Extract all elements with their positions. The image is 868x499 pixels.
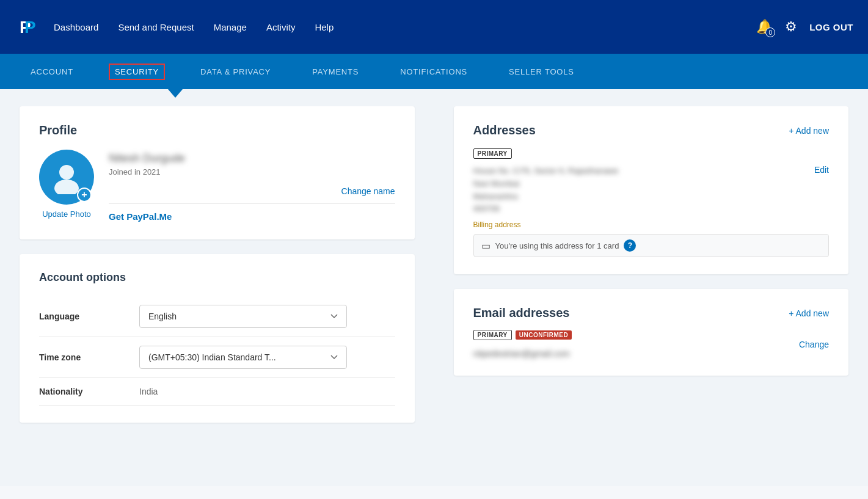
card-usage-text: You're using this address for 1 card (495, 241, 619, 250)
get-paypalme-link[interactable]: Get PayPal.Me (109, 211, 172, 222)
account-options-title: Account options (39, 271, 395, 284)
joined-text: Joined in 2021 (109, 167, 395, 177)
subnav-seller-tools[interactable]: SELLER TOOLS (503, 64, 580, 80)
subnav-account[interactable]: ACCOUNT (24, 64, 79, 80)
nationality-option-row: Nationality India (39, 378, 395, 406)
nationality-value: India (139, 387, 158, 396)
nav-send-request[interactable]: Send and Request (118, 22, 194, 32)
profile-card: Profile + Update Photo Nitesh Durgude Jo… (20, 106, 415, 239)
add-address-link[interactable]: + Add new (789, 126, 829, 136)
subnav-security[interactable]: SECURITY (109, 64, 165, 80)
nav-right: 🔔 0 ⚙ LOG OUT (756, 19, 853, 35)
subnav-indicator-arrow (168, 89, 183, 98)
right-panel: Addresses + Add new PRIMARY House No. C/… (434, 89, 869, 486)
notifications-bell[interactable]: 🔔 0 (756, 19, 773, 35)
nav-links: Dashboard Send and Request Manage Activi… (54, 22, 756, 32)
addresses-header: Addresses + Add new (473, 123, 830, 137)
paypal-logo[interactable]: P P (15, 13, 42, 40)
sub-navigation: ACCOUNT SECURITY DATA & PRIVACY PAYMENTS… (0, 54, 868, 89)
profile-title: Profile (39, 123, 395, 137)
email-row: PRIMARY UNCONFIRMED nitpedestrian@gmail.… (473, 330, 830, 359)
profile-name-row: Change name (109, 186, 395, 204)
timezone-label: Time zone (39, 352, 125, 362)
profile-info: Nitesh Durgude Joined in 2021 Change nam… (109, 150, 395, 222)
svg-text:P: P (24, 18, 36, 37)
subnav-notifications[interactable]: NOTIFICATIONS (394, 64, 473, 80)
language-select[interactable]: English Hindi Spanish French (139, 305, 347, 328)
nav-activity[interactable]: Activity (266, 22, 296, 32)
addresses-title: Addresses (473, 123, 536, 137)
logout-button[interactable]: LOG OUT (809, 22, 853, 32)
email-addresses-title: Email addresses (473, 306, 570, 320)
help-circle-icon[interactable]: ? (624, 239, 636, 252)
language-option-row: Language English Hindi Spanish French (39, 296, 395, 337)
timezone-option-row: Time zone (GMT+05:30) Indian Standard T.… (39, 337, 395, 378)
svg-point-4 (54, 180, 79, 194)
svg-point-3 (59, 165, 74, 180)
avatar[interactable]: + (39, 150, 94, 205)
edit-address-link[interactable]: Edit (814, 165, 829, 175)
left-panel: Profile + Update Photo Nitesh Durgude Jo… (0, 89, 434, 486)
add-email-link[interactable]: + Add new (789, 308, 829, 318)
timezone-select[interactable]: (GMT+05:30) Indian Standard T... (GMT+00… (139, 346, 347, 369)
email-info: PRIMARY UNCONFIRMED nitpedestrian@gmail.… (473, 330, 572, 359)
email-badges: PRIMARY UNCONFIRMED (473, 330, 572, 346)
nav-manage[interactable]: Manage (214, 22, 247, 32)
notification-count: 0 (765, 27, 775, 37)
settings-gear-icon[interactable]: ⚙ (785, 19, 797, 35)
subnav-data-privacy[interactable]: DATA & PRIVACY (194, 64, 277, 80)
nationality-label: Nationality (39, 387, 125, 396)
card-usage-row: ▭ You're using this address for 1 card ? (473, 234, 830, 257)
email-primary-badge: PRIMARY (473, 330, 512, 340)
nav-help[interactable]: Help (315, 22, 334, 32)
top-navigation: P P Dashboard Send and Request Manage Ac… (0, 0, 868, 54)
profile-name: Nitesh Durgude (109, 152, 395, 165)
addresses-card: Addresses + Add new PRIMARY House No. C/… (454, 106, 849, 274)
billing-label: Billing address (473, 220, 830, 229)
address-text: House No. C/76, Sector 6, Rajasthanawe N… (473, 165, 619, 216)
language-label: Language (39, 311, 125, 321)
avatar-plus-icon: + (77, 188, 92, 202)
email-addresses-header: Email addresses + Add new (473, 306, 830, 320)
update-photo-link[interactable]: Update Photo (42, 209, 91, 219)
email-address-value: nitpedestrian@gmail.com (473, 349, 572, 359)
subnav-payments[interactable]: PAYMENTS (306, 64, 365, 80)
profile-section: + Update Photo Nitesh Durgude Joined in … (39, 150, 395, 222)
main-content: Profile + Update Photo Nitesh Durgude Jo… (0, 89, 868, 486)
avatar-wrapper: + Update Photo (39, 150, 94, 219)
email-unconfirmed-badge: UNCONFIRMED (516, 330, 572, 340)
account-options-card: Account options Language English Hindi S… (20, 254, 415, 423)
email-addresses-card: Email addresses + Add new PRIMARY UNCONF… (454, 289, 849, 376)
change-email-link[interactable]: Change (799, 340, 829, 349)
sub-nav-container: ACCOUNT SECURITY DATA & PRIVACY PAYMENTS… (0, 54, 868, 89)
credit-card-icon: ▭ (481, 240, 491, 252)
address-primary-badge: PRIMARY (473, 148, 512, 159)
address-row: House No. C/76, Sector 6, Rajasthanawe N… (473, 165, 830, 216)
change-name-link[interactable]: Change name (341, 186, 395, 196)
nav-dashboard[interactable]: Dashboard (54, 22, 98, 32)
